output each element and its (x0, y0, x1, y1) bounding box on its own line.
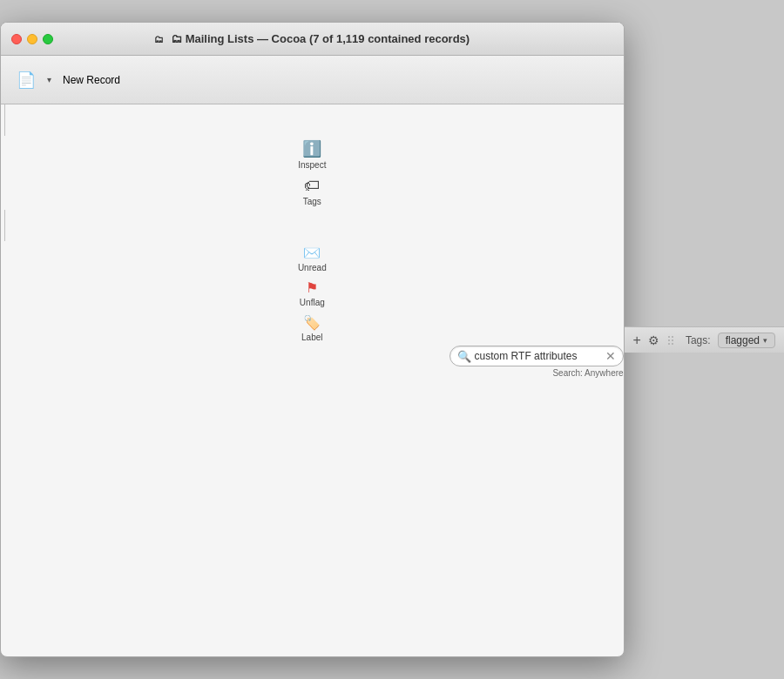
main-window: 🗂 🗂 Mailing Lists — Cocoa (7 of 1,119 co… (0, 22, 625, 657)
tags-label: Tags: (686, 334, 711, 346)
tags-icon: 🏷 (304, 177, 320, 195)
new-record-group: 📄 ▾ (8, 67, 54, 93)
traffic-lights (11, 34, 53, 44)
search-clear-button[interactable]: ✕ (605, 349, 616, 363)
maximize-button[interactable] (43, 34, 53, 44)
unread-button[interactable]: ✉️ Unread (1, 241, 624, 276)
search-box: 🔍 ✕ Search: Anywhere (449, 346, 624, 378)
new-record-button[interactable]: 📄 (8, 67, 44, 93)
tags-label: Tags (303, 197, 321, 206)
new-record-label: New Record (63, 74, 120, 86)
unread-label: Unread (298, 263, 327, 272)
toolbar-sep-1 (4, 104, 5, 136)
window-title: 🗂 🗂 Mailing Lists — Cocoa (7 of 1,119 co… (154, 32, 470, 45)
tag-value: flagged (726, 334, 760, 346)
tag-badge[interactable]: flagged ▾ (718, 333, 775, 348)
resize-handle (666, 333, 675, 348)
bottom-bar: + ⚙ Tags: flagged ▾ (625, 326, 784, 353)
search-icon: 🔍 (457, 350, 471, 363)
label-button[interactable]: 🏷️ Label (1, 311, 624, 346)
close-button[interactable] (11, 34, 22, 44)
tags-button[interactable]: 🏷 Tags (1, 173, 624, 210)
inspect-label: Inspect (298, 160, 326, 170)
gear-button[interactable]: ⚙ (648, 333, 659, 347)
title-icon: 🗂 (154, 34, 164, 44)
add-button[interactable]: + (633, 333, 641, 348)
unflag-icon: ⚑ (306, 279, 318, 296)
label-icon: 🏷️ (303, 314, 321, 331)
new-record-icon: 📄 (17, 71, 36, 90)
label-label: Label (301, 333, 322, 342)
unflag-button[interactable]: ⚑ Unflag (1, 276, 624, 311)
search-input[interactable] (475, 350, 605, 362)
unread-icon: ✉️ (303, 245, 321, 261)
search-scope-label: Search: Anywhere (552, 368, 623, 378)
unflag-label: Unflag (300, 298, 325, 307)
minimize-button[interactable] (27, 34, 37, 44)
inspect-button[interactable]: ℹ️ Inspect (1, 136, 624, 173)
toolbar-sep-2 (4, 210, 5, 241)
titlebar: 🗂 🗂 Mailing Lists — Cocoa (7 of 1,119 co… (1, 23, 624, 56)
new-record-chevron[interactable]: ▾ (44, 73, 54, 86)
tag-chevron-icon: ▾ (763, 336, 767, 345)
search-input-wrap: 🔍 ✕ (449, 346, 624, 366)
toolbar: 📄 ▾ New Record (1, 56, 624, 104)
inspect-icon: ℹ️ (302, 139, 321, 158)
